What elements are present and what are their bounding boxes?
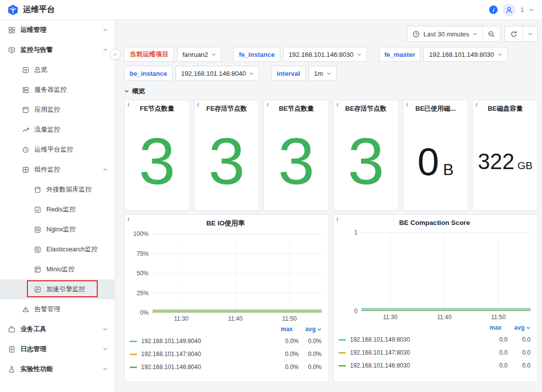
filter-row-1: 当前运维项目 fanruan2 fe_instance 192.168.101.… xyxy=(124,47,538,62)
sidebar-item-elasticsearch-monitor[interactable]: Elasticsearch监控 xyxy=(0,239,115,259)
panel-info-icon[interactable]: i xyxy=(128,102,129,107)
be-instance-select[interactable]: 192.168.101.146:8040 xyxy=(176,66,259,81)
dashboard-toolbar: Last 30 minutes xyxy=(124,26,538,42)
series-color-swatch xyxy=(130,354,137,355)
sidebar-item-minio-monitor[interactable]: Minio监控 xyxy=(0,259,115,279)
panel-info-icon[interactable]: i xyxy=(267,102,268,107)
legend-sort-header[interactable]: max avg xyxy=(339,324,531,331)
sidebar-item-business-tools[interactable]: 业务工具 xyxy=(0,319,115,339)
redis-monitor-icon xyxy=(34,206,41,213)
user-menu-chevron-down-icon[interactable] xyxy=(529,7,534,12)
stat-panel-fe-alive-nodes: i FE存活节点数 3 xyxy=(194,100,260,210)
legend-sort-header[interactable]: max avg xyxy=(130,326,322,333)
sidebar-item-traffic-monitor[interactable]: 流量监控 xyxy=(0,120,115,140)
legend-row[interactable]: 192.168.101.146:8030 0.0 0.0 xyxy=(339,359,531,372)
chevron-down-icon xyxy=(526,326,531,330)
time-range-button[interactable]: Last 30 minutes xyxy=(407,26,482,41)
chart-legend: max avg 192.168.101.149:8040 0.0% 0.0% xyxy=(130,326,322,374)
chart-plot-area[interactable]: 11:30 11:40 11:50 xyxy=(361,232,531,311)
chart-plot-area[interactable]: 11:30 11:40 11:50 xyxy=(153,234,322,313)
sidebar-item-alert-management[interactable]: 告警管理 xyxy=(0,299,115,319)
engine-monitor-icon xyxy=(34,286,41,293)
stat-title: BE节点数量 xyxy=(264,104,329,113)
sidebar-item-engine-monitor[interactable]: 加速引擎监控 xyxy=(0,279,115,299)
fe-instance-label-chip: fe_instance xyxy=(233,47,280,62)
monitoring-alerts-icon xyxy=(8,46,15,54)
chart-canvas xyxy=(153,234,322,313)
log-management-icon xyxy=(8,346,15,353)
external-db-monitor-icon xyxy=(34,186,41,194)
panel-info-icon[interactable]: i xyxy=(337,216,338,222)
panel-info-icon[interactable]: i xyxy=(337,102,338,107)
sidebar-item-experimental-features[interactable]: 实验性功能 xyxy=(0,359,115,379)
y-axis-labels: 1 0 xyxy=(339,232,361,311)
panel-info-icon[interactable]: i xyxy=(476,102,477,107)
stat-title: FE存活节点数 xyxy=(194,104,259,113)
sidebar-item-redis-monitor[interactable]: Redis监控 xyxy=(0,199,115,219)
stat-title: FE节点数量 xyxy=(125,104,189,113)
sidebar-item-log-management[interactable]: 日志管理 xyxy=(0,339,115,359)
chevron-down-icon xyxy=(473,32,477,36)
stat-title: BE磁盘容量 xyxy=(473,104,538,113)
chevron-down-icon xyxy=(211,52,216,57)
stat-value: 3 xyxy=(278,129,314,195)
interval-select[interactable]: 1m xyxy=(309,66,337,81)
sidebar-item-external-db-monitor[interactable]: 外接数据库监控 xyxy=(0,180,115,199)
zoom-out-icon xyxy=(488,30,495,38)
sidebar-item-ops-management[interactable]: 运维管理 xyxy=(0,20,115,40)
legend-row[interactable]: 192.168.101.149:8030 0.0 0.0 xyxy=(339,333,531,346)
project-select[interactable]: fanruan2 xyxy=(177,47,221,62)
chevron-down-icon xyxy=(317,327,322,332)
business-tools-icon xyxy=(8,326,15,333)
legend-row[interactable]: 192.168.101.149:8040 0.0% 0.0% xyxy=(130,335,322,348)
ops-management-icon xyxy=(8,26,15,34)
stat-panel-be-nodes: i BE节点数量 3 xyxy=(263,100,329,210)
stat-title: BE存活节点数 xyxy=(334,104,398,113)
chart-canvas xyxy=(361,232,531,311)
chevron-up-icon xyxy=(103,167,108,172)
sidebar-item-server-monitor[interactable]: 服务器监控 xyxy=(0,80,115,100)
filter-fe-master: fe_master 192.168.101.149:8030 xyxy=(379,47,508,62)
legend-row[interactable]: 192.168.101.147:8030 0.0 0.0 xyxy=(339,346,531,359)
series-color-swatch xyxy=(339,352,346,354)
legend-row[interactable]: 192.168.101.147:8040 0.0% 0.0% xyxy=(130,348,322,361)
fe-instance-select[interactable]: 192.168.101.146:8030 xyxy=(283,47,367,62)
chevron-down-icon xyxy=(327,71,331,76)
refresh-button[interactable] xyxy=(505,26,523,41)
filter-fe-instance: fe_instance 192.168.101.146:8030 xyxy=(233,47,367,62)
sidebar-item-monitoring-alerts[interactable]: 监控与告警 xyxy=(0,40,115,60)
sidebar-item-overview[interactable]: 总览 xyxy=(0,60,115,80)
sidebar-item-component-monitor[interactable]: 组件监控 xyxy=(0,160,115,180)
stat-value: 322 xyxy=(478,151,514,173)
stat-value: 3 xyxy=(139,129,175,195)
sidebar-item-nginx-monitor[interactable]: Nginx监控 xyxy=(0,219,115,239)
app-root: 运维平台 i 1 运维管理 监控与告警 xyxy=(0,0,542,392)
panel-info-icon[interactable]: i xyxy=(128,216,129,222)
section-overview-toggle[interactable]: 概览 xyxy=(124,87,538,96)
chevron-down-icon xyxy=(528,32,533,36)
refresh-icon xyxy=(510,30,518,38)
main-content: Last 30 minutes xyxy=(115,20,542,392)
chart-title: BE IO使用率 xyxy=(130,219,322,228)
legend-row[interactable]: 192.168.101.146:8040 0.0% 0.0% xyxy=(130,361,322,374)
stat-value: 3 xyxy=(348,129,384,195)
sidebar-collapse-button[interactable]: ‹ xyxy=(110,49,121,60)
body-row: 运维管理 监控与告警 总览 服务器监控 应用监控 xyxy=(0,20,542,392)
alert-management-icon xyxy=(22,306,29,313)
minio-monitor-icon xyxy=(34,266,41,273)
fe-master-select[interactable]: 192.168.101.149:8030 xyxy=(423,47,507,62)
chevron-down-icon xyxy=(498,52,502,57)
refresh-interval-dropdown[interactable] xyxy=(523,26,538,41)
sidebar-item-platform-monitor[interactable]: 运维平台监控 xyxy=(0,140,115,160)
refresh-controls-group xyxy=(505,26,538,42)
avatar[interactable] xyxy=(503,3,516,16)
panel-info-icon[interactable]: i xyxy=(406,102,408,107)
zoom-out-button[interactable] xyxy=(482,26,500,41)
be-instance-label-chip: be_instance xyxy=(124,66,173,81)
sidebar-item-app-monitor[interactable]: 应用监控 xyxy=(0,100,115,120)
panel-info-icon[interactable]: i xyxy=(197,102,199,107)
info-icon[interactable]: i xyxy=(489,5,498,14)
app-title: 运维平台 xyxy=(23,4,55,15)
x-axis-labels: 11:30 11:40 11:50 xyxy=(361,311,531,321)
chevron-down-icon xyxy=(103,327,108,332)
